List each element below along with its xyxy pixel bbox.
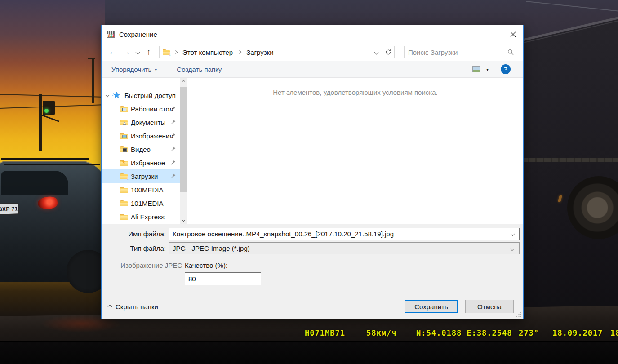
cancel-button[interactable]: Отмена xyxy=(465,300,514,313)
help-button[interactable]: ? xyxy=(501,64,511,74)
close-icon xyxy=(510,31,516,37)
dialog-title: Сохранение xyxy=(119,31,157,38)
desktop-folder-icon xyxy=(120,106,128,112)
search-box[interactable] xyxy=(404,46,518,58)
stamp-date: 18.09.2017 xyxy=(552,328,603,337)
sidebar-item-quick-access[interactable]: Быстрый доступ xyxy=(102,89,180,102)
sidebar-item-downloads[interactable]: ↓ Загрузки xyxy=(102,169,180,183)
sidebar-item-101media[interactable]: 101MEDIA xyxy=(102,196,180,210)
forward-button[interactable]: → xyxy=(120,46,133,58)
pin-icon xyxy=(171,160,176,165)
roof-rack-bar xyxy=(1,158,89,160)
refresh-icon xyxy=(385,49,391,55)
folder-icon xyxy=(120,200,128,206)
dialog-footer: Скрыть папки Сохранить Отмена xyxy=(102,294,523,319)
stamp-heading: 273° xyxy=(519,328,539,337)
file-name-field[interactable] xyxy=(169,228,520,240)
sidebar-item-desktop[interactable]: Рабочий стол xyxy=(102,102,180,115)
command-toolbar: Упорядочить ▾ Создать папку ▾ ? xyxy=(102,61,523,78)
breadcrumb-this-pc[interactable]: Этот компьютер xyxy=(179,49,236,56)
chevron-down-icon xyxy=(135,50,140,54)
address-bar[interactable]: ↓ Этот компьютер Загрузки xyxy=(159,46,395,58)
address-dropdown-button[interactable] xyxy=(370,51,382,54)
sidebar-item-videos[interactable]: Видео xyxy=(102,142,180,156)
chevron-down-icon: ▾ xyxy=(155,67,157,72)
scroll-up-button[interactable] xyxy=(180,78,187,85)
sidebar-item-favorites[interactable]: ★ Избранное xyxy=(102,156,180,169)
chevron-down-icon xyxy=(510,247,515,251)
screen: ВХР 71 Н071МВ71 58км/ч N:54.0188 E:38.25… xyxy=(0,0,618,364)
file-type-select[interactable]: JPG - JPEG Image (*.jpg) xyxy=(169,242,520,254)
search-input[interactable] xyxy=(408,49,507,56)
breadcrumb-separator-icon xyxy=(174,50,178,54)
titlebar[interactable]: 321 Сохранение xyxy=(102,25,523,43)
back-button[interactable]: ← xyxy=(106,46,120,58)
quality-label: Качество (%): xyxy=(185,262,227,269)
sidebar-item-100media[interactable]: 100MEDIA xyxy=(102,183,180,196)
quality-input[interactable] xyxy=(185,272,261,285)
hide-folders-button[interactable]: Скрыть папки xyxy=(108,303,158,311)
navigation-bar: ← → ↑ ↓ Этот компьютер Загрузки xyxy=(102,43,523,61)
breadcrumb-downloads[interactable]: Загрузки xyxy=(243,49,277,56)
file-name-label: Имя файла: xyxy=(102,230,169,238)
pin-icon xyxy=(171,133,176,138)
breadcrumb-separator-icon xyxy=(238,50,241,54)
scrollbar-thumb[interactable] xyxy=(180,87,187,192)
stamp-speed: 58км/ч xyxy=(366,328,396,337)
roof-rack-bar xyxy=(4,164,100,165)
chevron-down-icon xyxy=(106,93,109,97)
jpeg-options-row: Изображение JPEG Качество (%): xyxy=(102,262,523,269)
save-dialog: 321 Сохранение ← → ↑ ↓ Этот компьютер xyxy=(101,25,524,319)
stamp-gps: N:54.0188 E:38.2548 xyxy=(416,328,512,337)
file-type-label: Тип файла: xyxy=(102,244,169,252)
empty-search-message: Нет элементов, удовлетворяющих условиям … xyxy=(273,89,437,96)
jpeg-section-label: Изображение JPEG xyxy=(102,262,185,269)
folder-icon xyxy=(120,214,128,220)
file-type-row: Тип файла: JPG - JPEG Image (*.jpg) xyxy=(102,242,523,254)
downloads-folder-icon: ↓ xyxy=(163,49,170,55)
navigation-pane: Быстрый доступ Рабочий стол Документы Из… xyxy=(102,78,180,224)
close-button[interactable] xyxy=(502,25,523,43)
save-button[interactable]: Сохранить xyxy=(405,300,458,313)
folder-icon xyxy=(120,187,128,193)
search-icon xyxy=(507,49,514,56)
dashboard-silhouette xyxy=(0,341,618,364)
pin-icon xyxy=(171,120,176,124)
refresh-button[interactable] xyxy=(382,46,395,58)
favorites-folder-icon: ★ xyxy=(120,160,128,166)
documents-folder-icon xyxy=(120,120,128,125)
resize-grip[interactable] xyxy=(516,311,522,317)
street-pole xyxy=(92,58,94,103)
view-thumbnail-icon[interactable] xyxy=(472,66,480,72)
file-form-panel: Имя файла: Тип файла: JPG - JPEG Image (… xyxy=(102,224,523,294)
file-type-value: JPG - JPEG Image (*.jpg) xyxy=(173,244,250,252)
chevron-up-icon xyxy=(108,304,112,309)
traffic-light-green xyxy=(44,109,49,113)
sidebar-item-ali-express[interactable]: Ali Express xyxy=(102,210,180,223)
content-area: Быстрый доступ Рабочий стол Документы Из… xyxy=(102,78,523,224)
view-options-caret-icon[interactable]: ▾ xyxy=(486,67,489,72)
sidebar-item-pictures[interactable]: Изображения xyxy=(102,129,180,142)
file-list-area[interactable]: Нет элементов, удовлетворяющих условиям … xyxy=(187,78,523,224)
new-folder-button[interactable]: Создать папку xyxy=(177,66,222,73)
sidebar-scrollbar[interactable] xyxy=(180,78,187,224)
recent-locations-button[interactable] xyxy=(133,46,142,58)
video-folder-icon xyxy=(120,146,128,152)
stamp-plate: Н071МВ71 xyxy=(305,328,345,337)
scroll-down-button[interactable] xyxy=(180,216,187,224)
toolbar-right-group: ▾ ? xyxy=(472,64,511,74)
pin-icon xyxy=(171,106,176,111)
pin-icon xyxy=(171,146,176,151)
organize-button[interactable]: Упорядочить ▾ xyxy=(111,66,157,73)
quality-input-row xyxy=(102,272,523,285)
file-name-row: Имя файла: xyxy=(102,228,523,240)
stamp-time: 18 xyxy=(610,328,618,337)
sidebar-item-documents[interactable]: Документы xyxy=(102,115,180,129)
traffic-light xyxy=(43,101,55,115)
car-window xyxy=(1,171,68,195)
up-button[interactable]: ↑ xyxy=(142,46,156,58)
quick-access-star-icon xyxy=(112,92,120,99)
file-name-input[interactable] xyxy=(169,228,520,240)
car-license-plate: ВХР 71 xyxy=(0,203,19,215)
traffic-light-pole xyxy=(39,94,42,151)
